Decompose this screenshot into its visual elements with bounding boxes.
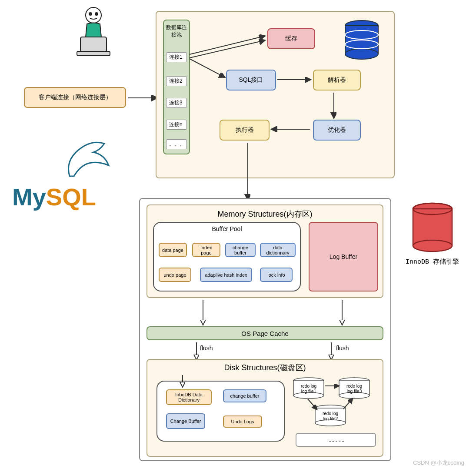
dots-label: ………… (327, 438, 345, 442)
log-buffer-label: Log Buffer (330, 253, 357, 260)
mysql-my: My (12, 183, 46, 211)
svg-line-12 (190, 40, 264, 58)
os-page-cache-label: OS Page Cache (241, 330, 288, 337)
bp-undo-page: undo page (159, 268, 191, 282)
mysql-logo: MySQL (12, 183, 96, 211)
log-buffer-box: Log Buffer (309, 222, 378, 291)
db-icon-red (411, 202, 454, 255)
bp-change-buffer: change buffer (225, 243, 256, 257)
client-connection-label: 客户端连接（网络连接层） (39, 94, 112, 101)
dolphin-icon (63, 135, 120, 183)
innodb-label: InnoDB 存储引擎 (406, 258, 459, 266)
arrow-executor-to-memory (241, 141, 259, 204)
disk-data-dict: InboDB Data Dictionary (166, 389, 212, 405)
svg-point-0 (86, 7, 101, 23)
os-page-cache: OS Page Cache (146, 326, 383, 340)
redo-log-arrows (291, 376, 374, 429)
watermark: CSDN @小龙coding (413, 459, 464, 467)
mysql-sql: SQL (46, 183, 96, 211)
svg-line-40 (343, 399, 352, 409)
dots-box: ………… (296, 433, 376, 447)
bp-lock-info: lock info (260, 268, 293, 282)
svg-rect-3 (80, 37, 107, 52)
svg-line-13 (190, 59, 224, 77)
svg-rect-4 (77, 51, 110, 56)
svg-line-11 (190, 36, 264, 54)
svg-point-2 (95, 12, 98, 16)
bp-ahi: adaplive hash index (200, 268, 252, 282)
bp-data-page: data page (159, 243, 187, 257)
client-connection-box: 客户端连接（网络连接层） (24, 87, 126, 108)
buffer-pool-title: Buffer Pool (212, 225, 242, 232)
bp-data-dict: data dictionnary (260, 243, 296, 257)
disk-change-buffer-2: Change Buffer (166, 413, 205, 429)
disk-undo-logs: Undo Logs (223, 415, 262, 428)
bp-index-page: index page (192, 243, 220, 257)
svg-line-39 (308, 399, 316, 409)
svg-point-43 (413, 240, 452, 251)
svg-point-1 (89, 12, 92, 16)
arrows-mem-to-oscache (146, 298, 383, 331)
disk-structures-title: Disk Structures(磁盘区) (224, 362, 306, 373)
disk-change-buffer-1: change buffer (223, 389, 266, 402)
top-panel-arrows (156, 11, 395, 178)
arrow-into-disk-left (174, 374, 200, 392)
person-icon (67, 4, 120, 61)
memory-structures-title: Memory Structures(内存区) (217, 209, 312, 219)
